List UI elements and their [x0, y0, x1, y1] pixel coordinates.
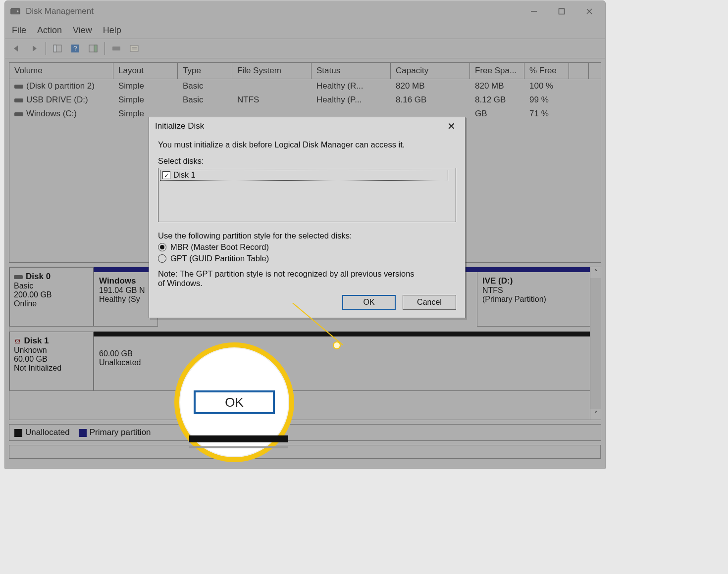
radio-icon[interactable]: [158, 254, 166, 263]
radio-gpt[interactable]: GPT (GUID Partition Table): [158, 254, 456, 263]
col-type[interactable]: Type: [178, 63, 232, 79]
swatch-unallocated: [14, 429, 22, 437]
menu-action[interactable]: Action: [37, 25, 62, 36]
initialize-disk-dialog: Initialize Disk ✕ You must initialize a …: [149, 117, 466, 318]
window-title: Disk Management: [26, 6, 94, 16]
col-filesystem[interactable]: File System: [232, 63, 312, 79]
close-button[interactable]: [575, 1, 603, 21]
svg-rect-11: [94, 45, 97, 52]
dialog-note: Note: The GPT partition style is not rec…: [158, 269, 416, 288]
disk-label: Disk 0: [26, 272, 51, 281]
callout-anchor: [333, 341, 341, 349]
svg-rect-3: [559, 9, 565, 14]
table-row[interactable]: (Disk 0 partition 2) Simple Basic Health…: [9, 79, 601, 93]
chevron-down-icon[interactable]: ˅: [590, 409, 601, 420]
details-pane-icon[interactable]: [50, 41, 65, 56]
select-disks-label: Select disks:: [158, 156, 456, 166]
properties-icon[interactable]: [127, 41, 142, 56]
close-icon[interactable]: ✕: [443, 120, 459, 133]
maximize-button[interactable]: [548, 1, 575, 21]
disk-row-1[interactable]: ⦻ Disk 1 Unknown 60.00 GB Not Initialize…: [9, 332, 601, 396]
table-row[interactable]: USB DRIVE (D:) Simple Basic NTFS Healthy…: [9, 93, 601, 107]
titlebar: Disk Management: [5, 1, 605, 22]
menubar: File Action View Help: [5, 22, 605, 39]
toolbar-divider: [46, 42, 46, 55]
ok-button[interactable]: OK: [342, 295, 396, 310]
menu-file[interactable]: File: [12, 25, 26, 36]
scrollbar[interactable]: ˄ ˅: [590, 267, 601, 420]
forward-icon[interactable]: [27, 41, 42, 56]
swatch-primary: [79, 429, 87, 437]
rescan-disks-icon[interactable]: [109, 41, 124, 56]
partition-style-label: Use the following partition style for th…: [158, 231, 456, 240]
col-free[interactable]: Free Spa...: [470, 63, 524, 79]
svg-text:?: ?: [73, 45, 77, 52]
volume-name: USB DRIVE (D:): [26, 95, 88, 104]
col-layout[interactable]: Layout: [113, 63, 178, 79]
partition-unallocated[interactable]: 60.00 GB Unallocated: [94, 336, 601, 391]
toolbar-divider: [104, 42, 105, 55]
svg-rect-13: [130, 46, 138, 51]
status-bar: [9, 445, 601, 459]
help-icon[interactable]: ?: [68, 41, 83, 56]
legend: Unallocated Primary partition: [9, 424, 601, 441]
col-pct-free[interactable]: % Free: [524, 63, 569, 79]
volume-name: Windows (C:): [26, 109, 77, 118]
callout-magnifier: OK: [174, 342, 294, 462]
col-capacity[interactable]: Capacity: [391, 63, 470, 79]
action-pane-icon[interactable]: [86, 41, 101, 56]
disk-management-icon: [10, 6, 21, 17]
checkbox[interactable]: ✓: [162, 171, 170, 179]
ok-button-magnified: OK: [194, 390, 275, 414]
disk-listbox[interactable]: ✓ Disk 1: [158, 168, 456, 222]
chevron-up-icon[interactable]: ˄: [590, 267, 601, 278]
volume-name: (Disk 0 partition 2): [26, 81, 95, 91]
disk-label: Disk 1: [24, 336, 49, 345]
svg-point-1: [17, 10, 19, 12]
dialog-title: Initialize Disk: [155, 121, 204, 131]
disk-icon: [14, 275, 23, 279]
menu-help[interactable]: Help: [103, 25, 121, 36]
disk-item-label: Disk 1: [173, 171, 195, 180]
volume-icon: [14, 85, 23, 89]
error-icon: ⦻: [14, 336, 24, 345]
svg-rect-12: [112, 47, 120, 50]
radio-icon[interactable]: [158, 243, 166, 251]
cancel-button[interactable]: Cancel: [403, 295, 456, 310]
back-icon[interactable]: [9, 41, 24, 56]
minimize-button[interactable]: [520, 1, 548, 21]
toolbar: ?: [5, 39, 605, 58]
list-item[interactable]: ✓ Disk 1: [160, 170, 448, 181]
radio-mbr[interactable]: MBR (Master Boot Record): [158, 242, 456, 252]
svg-rect-7: [53, 45, 56, 52]
col-status[interactable]: Status: [312, 63, 391, 79]
col-volume[interactable]: Volume: [9, 63, 113, 79]
volume-icon: [14, 112, 23, 116]
volume-icon: [14, 98, 23, 102]
menu-view[interactable]: View: [73, 25, 92, 36]
dialog-intro: You must initialize a disk before Logica…: [158, 140, 456, 149]
partition[interactable]: IVE (D:) NTFS (Primary Partition): [477, 272, 601, 327]
